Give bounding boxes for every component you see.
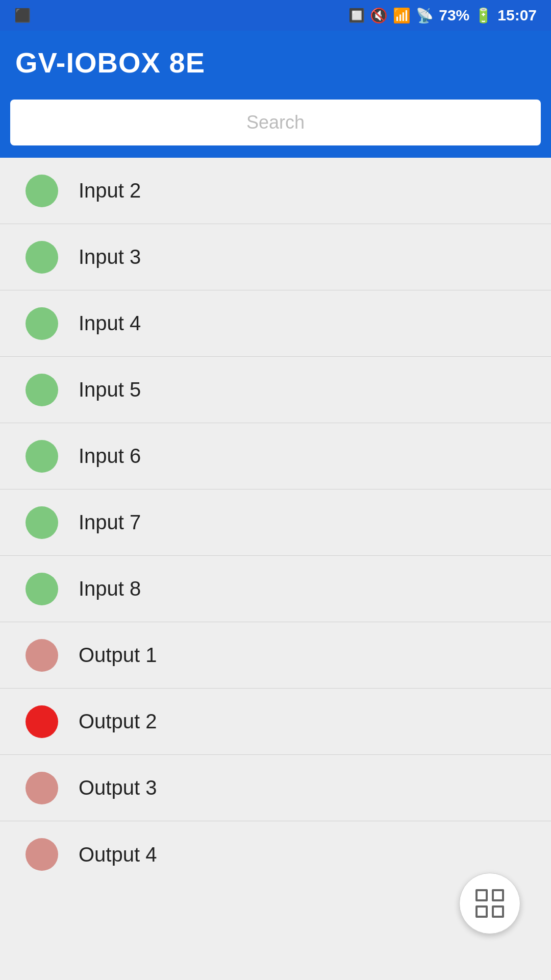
list-item[interactable]: Output 2 bbox=[0, 689, 551, 755]
list-item[interactable]: Input 7 bbox=[0, 489, 551, 556]
item-label: Input 6 bbox=[79, 445, 141, 468]
list-item[interactable]: Output 4 bbox=[0, 821, 551, 888]
grid-icon bbox=[475, 889, 504, 918]
status-dot bbox=[26, 506, 58, 539]
item-label: Input 2 bbox=[79, 179, 141, 202]
signal-icon: 📡 bbox=[416, 7, 434, 24]
item-label: Input 5 bbox=[79, 378, 141, 401]
status-dot bbox=[26, 440, 58, 473]
status-bar-left: ⬛ bbox=[14, 8, 31, 23]
mute-icon: 🔇 bbox=[370, 7, 388, 24]
item-label: Input 4 bbox=[79, 312, 141, 335]
clock: 15:07 bbox=[497, 7, 537, 24]
item-label: Output 1 bbox=[79, 644, 157, 667]
status-dot bbox=[26, 573, 58, 605]
list-item[interactable]: Input 5 bbox=[0, 357, 551, 423]
status-dot bbox=[26, 705, 58, 738]
status-dot bbox=[26, 639, 58, 672]
list-item[interactable]: Input 8 bbox=[0, 556, 551, 622]
list-item[interactable]: Input 4 bbox=[0, 290, 551, 357]
list-item[interactable]: Input 3 bbox=[0, 224, 551, 290]
battery-percent: 73% bbox=[439, 7, 469, 24]
app-title: GV-IOBOX 8E bbox=[15, 46, 205, 79]
item-label: Input 8 bbox=[79, 577, 141, 600]
battery-icon: 🔋 bbox=[474, 7, 492, 24]
item-label: Output 3 bbox=[79, 776, 157, 799]
status-bar-right: 🔲 🔇 📶 📡 73% 🔋 15:07 bbox=[348, 7, 537, 24]
item-label: Input 3 bbox=[79, 246, 141, 268]
wifi-icon: 📶 bbox=[393, 7, 411, 24]
screenshot-icon: ⬛ bbox=[14, 8, 31, 23]
item-label: Output 4 bbox=[79, 843, 157, 866]
list-item[interactable]: Input 6 bbox=[0, 423, 551, 489]
status-bar: ⬛ 🔲 🔇 📶 📡 73% 🔋 15:07 bbox=[0, 0, 551, 31]
status-dot bbox=[26, 175, 58, 207]
item-label: Input 7 bbox=[79, 511, 141, 534]
nfc-icon: 🔲 bbox=[348, 8, 365, 23]
status-dot bbox=[26, 374, 58, 406]
status-dot bbox=[26, 838, 58, 871]
grid-view-fab[interactable] bbox=[459, 873, 520, 934]
item-label: Output 2 bbox=[79, 710, 157, 733]
status-dot bbox=[26, 241, 58, 274]
item-list: Input 2Input 3Input 4Input 5Input 6Input… bbox=[0, 158, 551, 888]
list-item[interactable]: Output 1 bbox=[0, 622, 551, 689]
list-item[interactable]: Input 2 bbox=[0, 158, 551, 224]
status-dot bbox=[26, 307, 58, 340]
status-dot bbox=[26, 772, 58, 804]
app-header: GV-IOBOX 8E bbox=[0, 31, 551, 100]
search-container bbox=[0, 100, 551, 158]
list-item[interactable]: Output 3 bbox=[0, 755, 551, 821]
search-input[interactable] bbox=[10, 100, 541, 145]
